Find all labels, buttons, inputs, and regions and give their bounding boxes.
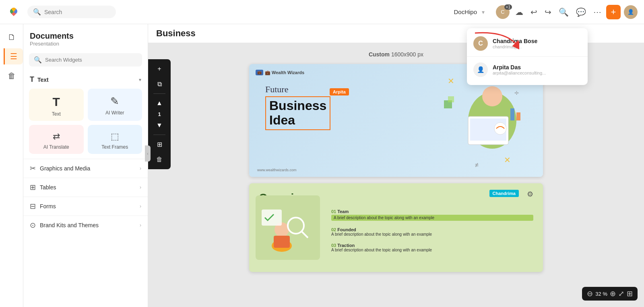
slides-area: ✕ ≠ ÷ ✕ ≠ 💼 💼 Wealth Wizards Future Bu (156, 64, 636, 272)
slide-2-illustration (256, 195, 320, 260)
tables-chevron-icon: › (140, 185, 141, 190)
layers-button[interactable]: ⧉ (151, 77, 167, 91)
page-up-button[interactable]: ▲ (151, 96, 167, 110)
chandrima-badge: Chandrima (489, 190, 519, 197)
create-button[interactable]: + (606, 5, 621, 19)
user-avatar[interactable]: 👤 (624, 5, 638, 19)
collab-divider (467, 56, 588, 57)
slide-business-idea-box: Business Idea (265, 96, 330, 130)
grid-view-zoom-button[interactable]: ⊞ (627, 289, 633, 298)
left-sidebar: 🗋 ☰ 🗑 (0, 24, 23, 307)
search-icon: 🔍 (33, 8, 41, 16)
delete-slide-button[interactable]: 🗑 (151, 152, 167, 167)
text-widget-card[interactable]: T Text (29, 89, 84, 121)
graphics-chevron-icon: › (140, 166, 141, 171)
brand-chevron-icon[interactable]: ▾ (482, 9, 485, 15)
undo-icon[interactable]: ↩ (529, 6, 539, 19)
forms-chevron-icon: › (140, 203, 141, 209)
text-section-chevron-icon: ▾ (139, 77, 141, 83)
collab-user-2[interactable]: 👤 Arpita Das arpita@alianceconsulting... (467, 58, 588, 81)
page-number: 1 (158, 111, 161, 117)
comment-icon[interactable]: 💬 (574, 6, 588, 19)
toolbar-right: C +1 ☁ ↩ ↪ 🔍 💬 ⋯ (496, 5, 603, 19)
brand-kits-section[interactable]: ⊙ Brand Kits and Themes › (23, 216, 148, 234)
graphics-media-section[interactable]: ✂ Graphics and Media › (23, 159, 148, 178)
widget-search-icon: 🔍 (34, 56, 42, 64)
svg-point-2 (482, 86, 502, 106)
slide-idea-text: Idea (269, 113, 326, 128)
slide-url: www.wealthwizards.com (257, 168, 297, 172)
text-frames-widget-card[interactable]: ⬚ Text Frames (88, 125, 142, 154)
redo-icon[interactable]: ↪ (543, 6, 553, 19)
forms-section[interactable]: ⊟ Forms › (23, 197, 148, 216)
collab-user-1-name: Chandrima Bose (493, 38, 537, 44)
toolbar-separator (153, 93, 165, 94)
text-widget-icon: T (53, 95, 60, 109)
grid-view-button[interactable]: ⊞ (151, 137, 167, 151)
settings-icon: ⚙ (527, 190, 533, 199)
slide-2-content: Overview Chandrima ⚙ (249, 183, 543, 272)
collab-badge: +1 (504, 4, 512, 10)
collab-user-1[interactable]: C Chandrima Bose chandrima@... (467, 32, 588, 55)
cloud-save-icon[interactable]: ☁ (514, 6, 525, 19)
widget-panel: Documents Presentation 🔍 T Text ▾ T Text… (23, 24, 148, 307)
logo-icon: 💼 (256, 70, 263, 75)
widget-search-bar[interactable]: 🔍 (29, 53, 142, 66)
panel-subtitle: Presentation (30, 41, 141, 47)
collab-user-1-info: Chandrima Bose chandrima@... (493, 38, 537, 49)
collab-avatar-arpita: 👤 (473, 62, 488, 77)
svg-rect-16 (262, 210, 282, 226)
ai-translate-widget-card[interactable]: ⇄ AI Translate (29, 125, 84, 154)
svg-rect-7 (448, 96, 454, 102)
collaborator-avatars[interactable]: C +1 (496, 5, 510, 19)
widget-grid: T Text ✎ AI Writer ⇄ AI Translate ⬚ Text… (23, 87, 148, 159)
more-options-icon[interactable]: ⋯ (592, 6, 603, 19)
zoom-bar: ⊖ 32 % ⊕ ⤢ ⊞ (582, 287, 638, 301)
tables-section[interactable]: ⊞ Tables › (23, 178, 148, 197)
document-title: Business (156, 28, 196, 39)
overview-item-2: 02 Founded A brief description about the… (331, 227, 533, 236)
text-frames-icon: ⬚ (111, 131, 119, 142)
sidebar-item-trash[interactable]: 🗑 (4, 68, 20, 84)
slide-2[interactable]: Overview Chandrima ⚙ (249, 183, 543, 272)
ai-translate-icon: ⇄ (53, 131, 60, 142)
overview-items-list: 01 Team A brief description about the to… (331, 209, 533, 252)
graphics-icon: ✂ (30, 164, 36, 173)
global-search-bar[interactable]: 🔍 (27, 6, 116, 18)
sidebar-item-document[interactable]: 🗋 (4, 29, 20, 45)
overview-item-1: 01 Team A brief description about the to… (331, 209, 533, 221)
logo-text: 💼 Wealth Wizards (265, 70, 304, 75)
svg-rect-8 (510, 108, 514, 120)
slide-future-text: Future (265, 84, 330, 95)
svg-point-5 (494, 122, 506, 135)
toolbar-separator-2 (153, 135, 165, 135)
panel-title: Documents (30, 31, 141, 41)
arpita-badge: Arpita (330, 88, 349, 95)
nav-right-area: DocHipo ▾ C +1 ☁ ↩ ↪ 🔍 💬 ⋯ + 👤 (454, 5, 638, 19)
zoom-in-button[interactable]: ⊕ (610, 289, 616, 298)
text-section-label: T Text (30, 75, 49, 84)
sidebar-item-widgets[interactable]: ☰ (4, 48, 23, 64)
add-element-button[interactable]: + (151, 62, 167, 76)
zoom-value: 32 % (595, 291, 607, 297)
svg-rect-9 (516, 112, 520, 120)
collaborator-dropdown: C Chandrima Bose chandrima@... 👤 Arpita … (467, 28, 588, 85)
wealth-wizards-logo: 💼 💼 Wealth Wizards (256, 70, 304, 75)
search-input[interactable] (44, 9, 110, 15)
svg-rect-13 (274, 236, 290, 248)
text-section-header[interactable]: T Text ▾ (23, 71, 148, 87)
panel-collapse-handle[interactable]: ‹ (145, 145, 151, 162)
app-logo[interactable] (6, 5, 21, 19)
collab-avatar-chandrima: C (473, 36, 488, 51)
widget-search-input[interactable] (45, 57, 137, 63)
fit-screen-button[interactable]: ⤢ (618, 289, 624, 298)
slide-1-text-block: Future Business Idea (265, 84, 330, 130)
search-canvas-icon[interactable]: 🔍 (557, 6, 570, 19)
float-toolbar: + ⧉ ▲ 1 ▼ ⊞ 🗑 (148, 59, 171, 169)
brand-kits-chevron-icon: › (140, 222, 141, 228)
zoom-out-button[interactable]: ⊖ (587, 289, 593, 298)
page-down-button[interactable]: ▼ (151, 118, 167, 133)
ai-writer-widget-card[interactable]: ✎ AI Writer (88, 89, 142, 121)
collab-user-2-name: Arpita Das (493, 64, 546, 71)
text-section-icon: T (30, 75, 34, 84)
